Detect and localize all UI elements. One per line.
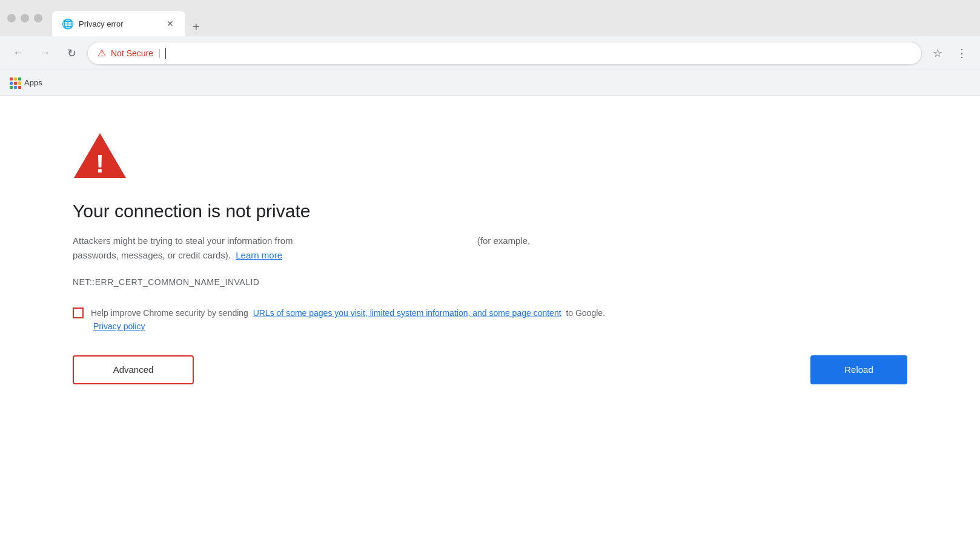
description-part2: (for example, (477, 235, 531, 246)
checkbox-text-before: Help improve Chrome security by sending (91, 308, 248, 318)
address-cursor (165, 48, 166, 59)
checkbox-text-after: to Google. (566, 308, 605, 318)
tab-globe-icon: 🌐 (62, 18, 74, 30)
advanced-button[interactable]: Advanced (73, 355, 194, 384)
tab-title: Privacy error (79, 19, 160, 28)
description-part3: passwords, messages, or credit cards). (73, 250, 231, 260)
apps-grid-icon (10, 77, 21, 88)
maximize-window-button[interactable] (34, 14, 42, 22)
address-bar[interactable]: ⚠ Not Secure | (87, 42, 922, 65)
minimize-window-button[interactable] (21, 14, 29, 22)
navbar: ← → ↻ ⚠ Not Secure | ☆ ⋮ (0, 36, 980, 70)
checkbox-wrapper (73, 307, 84, 318)
error-code: NET::ERR_CERT_COMMON_NAME_INVALID (73, 277, 907, 287)
close-window-button[interactable] (7, 14, 16, 22)
nav-actions: ☆ ⋮ (927, 42, 973, 64)
checkbox-section: Help improve Chrome security by sending … (73, 306, 618, 334)
description-part1: Attackers might be trying to steal your … (73, 235, 293, 246)
active-tab[interactable]: 🌐 Privacy error ✕ (52, 11, 185, 36)
more-menu-button[interactable]: ⋮ (951, 42, 973, 64)
reload-button[interactable]: Reload (810, 355, 907, 384)
checkbox-link[interactable]: URLs of some pages you visit, limited sy… (253, 308, 561, 318)
new-tab-button[interactable]: + (188, 18, 205, 36)
security-checkbox[interactable] (73, 307, 84, 318)
checkbox-label: Help improve Chrome security by sending … (91, 306, 618, 334)
not-secure-text: Not Secure (111, 48, 153, 58)
address-divider: | (158, 48, 161, 59)
forward-button: → (34, 42, 56, 64)
tab-close-button[interactable]: ✕ (165, 18, 176, 29)
apps-label: Apps (24, 78, 42, 87)
svg-text:!: ! (96, 150, 104, 178)
buttons-row: Advanced Reload (73, 355, 907, 384)
reload-nav-button[interactable]: ↻ (61, 42, 82, 64)
learn-more-link[interactable]: Learn more (236, 250, 282, 260)
titlebar: 🌐 Privacy error ✕ + (0, 0, 980, 36)
not-secure-icon: ⚠ (98, 47, 106, 59)
bookmark-button[interactable]: ☆ (927, 42, 949, 64)
privacy-policy-link[interactable]: Privacy policy (93, 321, 145, 331)
description-text: Attackers might be trying to steal your … (73, 234, 618, 263)
back-button[interactable]: ← (7, 42, 29, 64)
tab-bar: 🌐 Privacy error ✕ + (52, 0, 973, 36)
main-title: Your connection is not private (73, 201, 907, 222)
bookmarks-bar: Apps (0, 70, 980, 96)
main-content: ! Your connection is not private Attacke… (0, 96, 980, 549)
warning-triangle-icon: ! (73, 132, 127, 179)
window-controls (7, 14, 42, 22)
apps-bookmark[interactable]: Apps (10, 77, 42, 88)
